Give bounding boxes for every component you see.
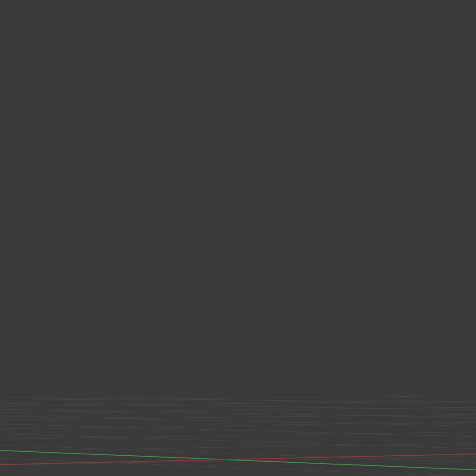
viewport-3d[interactable] xyxy=(0,0,476,476)
app-window xyxy=(0,0,476,476)
viewport-background[interactable] xyxy=(0,0,476,476)
